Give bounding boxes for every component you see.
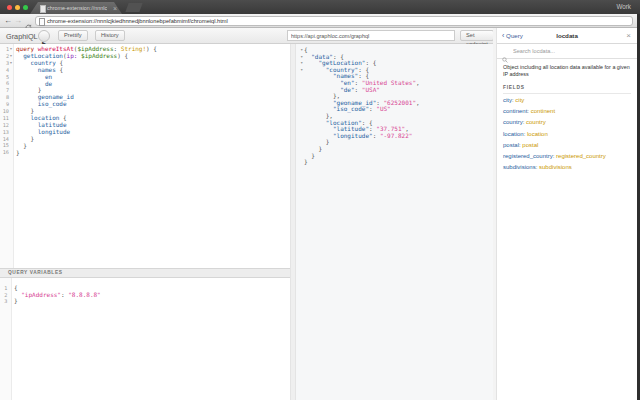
doc-field-item[interactable]: postal: postal [503, 139, 631, 150]
zoom-window-light[interactable] [23, 5, 28, 10]
gutter-line [297, 106, 303, 113]
fold-caret-icon [301, 73, 303, 80]
gutter-line: 7 [0, 87, 13, 94]
fold-caret-icon[interactable]: ▾ [301, 67, 303, 74]
tab-title: chrome-extension://nnnlcjkied [47, 5, 107, 12]
fold-caret-icon [9, 149, 13, 156]
gutter-line: 8 [0, 94, 13, 101]
endpoint-input[interactable] [287, 30, 455, 41]
gutter-line [297, 113, 303, 120]
doc-field-item[interactable]: city: city [503, 94, 631, 105]
history-button[interactable]: History [95, 30, 125, 41]
close-window-light[interactable] [7, 5, 12, 10]
address-bar[interactable]: chrome-extension://nnnlcjkiedhnnedjbnnlo… [35, 16, 633, 26]
fold-caret-icon[interactable]: ▾ [9, 60, 13, 67]
doc-field-item[interactable]: continent: continent [503, 105, 631, 116]
fold-caret-icon [301, 126, 303, 133]
prettify-button[interactable]: Prettify [58, 30, 88, 41]
set-endpoint-button[interactable]: Set endpoint [460, 30, 494, 41]
gutter-line: 10 [0, 108, 13, 115]
fold-caret-icon [301, 87, 303, 94]
fold-caret-icon [9, 108, 13, 115]
fold-caret-icon [9, 115, 13, 122]
fold-caret-icon [9, 67, 13, 74]
fold-caret-icon [301, 113, 303, 120]
result-json: { "data": { "getLocation": { "country": … [304, 47, 420, 166]
variables-editor[interactable]: 123 { "ipAddress": "8.8.8.8"} [0, 278, 290, 400]
doc-field-item[interactable]: country: country [503, 117, 631, 128]
gutter-line [297, 73, 303, 80]
fold-caret-icon[interactable]: ▾ [9, 53, 13, 60]
browser-toolbar: ← → chrome-extension://nnnlcjkiedhnnedjb… [0, 14, 637, 28]
new-tab-button[interactable] [125, 3, 142, 12]
code-line: } [304, 146, 420, 153]
query-editor[interactable]: 1▾2▾3▾45678910111213141516 query whereIt… [0, 44, 290, 268]
code-line: } [304, 153, 420, 160]
gutter-line [297, 139, 303, 146]
code-line: } [16, 150, 157, 157]
doc-search-row [497, 44, 637, 59]
doc-search-input[interactable] [511, 47, 633, 55]
doc-explorer: ‹ Query locdata × Object including all l… [497, 28, 637, 400]
fold-caret-icon [301, 139, 303, 146]
fold-caret-icon[interactable]: ▾ [301, 54, 303, 61]
gutter-line [297, 133, 303, 140]
gutter-line [297, 87, 303, 94]
browser-tab[interactable]: chrome-extension://nnnlcjkied × [30, 2, 122, 14]
gutter-line: 1▾ [0, 46, 13, 53]
fold-caret-icon[interactable]: ▾ [9, 46, 13, 53]
page-icon [39, 18, 45, 26]
doc-field-item[interactable]: location: location [503, 128, 631, 139]
fold-caret-icon[interactable]: ▾ [301, 60, 303, 67]
doc-explorer-title-bar: ‹ Query locdata × [497, 28, 637, 44]
code-line: iso_code [16, 101, 157, 108]
code-line: "ipAddress": "8.8.8.8" [14, 292, 101, 299]
execute-query-button[interactable]: ▶ [38, 30, 50, 42]
fold-caret-icon [301, 133, 303, 140]
fold-caret-icon [9, 101, 13, 108]
fold-caret-icon [301, 80, 303, 87]
fold-caret-icon [9, 80, 13, 87]
forward-icon[interactable]: → [14, 16, 22, 25]
browser-profile-label[interactable]: Work [616, 3, 631, 10]
doc-title: locdata [497, 32, 637, 39]
code-line: } [16, 136, 157, 143]
variables-line-numbers: 123 [0, 285, 11, 305]
doc-field-item[interactable]: subdivisions: subdivisions [503, 162, 631, 173]
gutter-line: 2 [0, 292, 11, 299]
gutter-line: ▾ [297, 60, 303, 67]
fold-caret-icon [9, 94, 13, 101]
gutter-line [297, 120, 303, 127]
fold-caret-icon[interactable]: ▾ [301, 47, 303, 54]
fold-caret-icon [9, 136, 13, 143]
doc-field-item[interactable]: registered_country: registered_country [503, 150, 631, 161]
result-fold-gutter: ▾▾▾▾ [297, 47, 303, 166]
gutter-line [297, 126, 303, 133]
back-icon[interactable]: ← [4, 16, 12, 25]
fold-caret-icon [9, 129, 13, 136]
gutter-line: 9 [0, 101, 13, 108]
doc-fields-list: city: citycontinent: continentcountry: c… [503, 94, 631, 173]
gutter-line: 15 [0, 142, 13, 149]
fold-caret-icon [9, 87, 13, 94]
variables-code[interactable]: { "ipAddress": "8.8.8.8"} [14, 285, 101, 305]
gutter-line [297, 159, 303, 166]
address-url: chrome-extension://nnnlcjkiedhnnedjbnnlo… [47, 17, 228, 26]
query-code[interactable]: query whereItsAt($ipAddress: String!) { … [16, 46, 157, 157]
gutter-line [297, 153, 303, 160]
gutter-line [297, 93, 303, 100]
doc-close-icon[interactable]: × [626, 31, 631, 40]
code-line: } [14, 298, 101, 305]
fold-caret-icon [301, 159, 303, 166]
gutter-line [297, 80, 303, 87]
fold-caret-icon [301, 120, 303, 127]
tab-close-icon[interactable]: × [113, 4, 117, 13]
gutter-line: 1 [0, 285, 11, 292]
gutter-line: 2▾ [0, 53, 13, 60]
minimize-window-light[interactable] [15, 5, 20, 10]
query-variables-header[interactable]: QUERY VARIABLES [0, 268, 290, 278]
graphiql-logo: GraphiQL [6, 32, 38, 41]
fold-caret-icon [301, 146, 303, 153]
browser-tab-strip: chrome-extension://nnnlcjkied × Work [0, 0, 640, 14]
fold-caret-icon [301, 100, 303, 107]
